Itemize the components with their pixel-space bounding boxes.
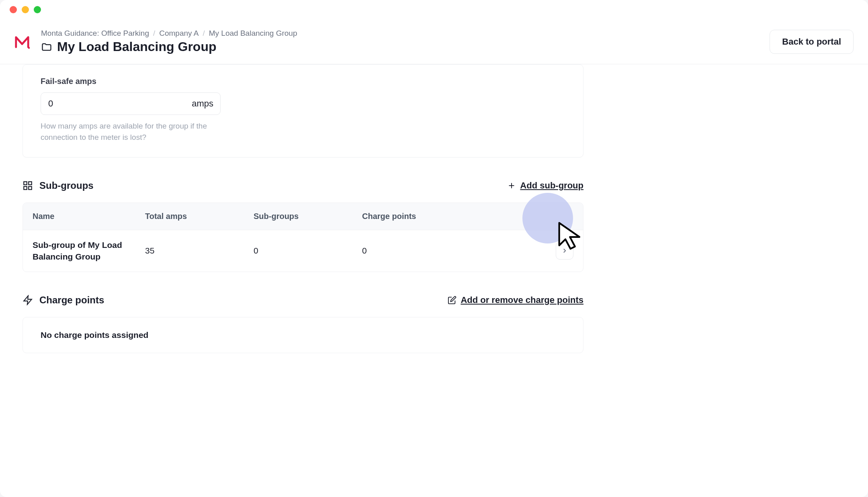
plus-icon [507,181,516,190]
add-subgroup-label: Add sub-group [520,180,583,191]
breadcrumb-separator: / [153,29,155,38]
breadcrumb-item-2[interactable]: My Load Balancing Group [209,29,297,38]
th-sub-groups: Sub-groups [254,212,362,221]
edit-icon [448,296,457,305]
header-left: Monta Guidance: Office Parking / Company… [14,29,297,54]
breadcrumb-separator: / [203,29,205,38]
chargepoints-header: Charge points Add or remove charge point… [23,295,583,306]
svg-marker-7 [24,296,32,305]
th-name: Name [33,212,145,221]
th-total-amps: Total amps [145,212,254,221]
table-header: Name Total amps Sub-groups Charge points [23,203,583,230]
chargepoints-empty: No charge points assigned [23,317,583,353]
header: Monta Guidance: Office Parking / Company… [0,19,868,64]
main-column: Fail-safe amps amps How many amps are av… [23,64,583,353]
monta-logo-icon [14,34,30,49]
breadcrumb-title: Monta Guidance: Office Parking / Company… [41,29,297,54]
chargepoints-title: Charge points [39,295,104,306]
maximize-icon[interactable] [34,6,41,13]
window: Monta Guidance: Office Parking / Company… [0,0,868,497]
failsafe-card: Fail-safe amps amps How many amps are av… [23,64,583,157]
td-sub-groups: 0 [254,246,362,256]
chargepoints-title-wrap: Charge points [23,295,104,306]
th-charge-points: Charge points [362,212,535,221]
breadcrumb-item-1[interactable]: Company A [159,29,199,38]
subgroups-title: Sub-groups [39,180,94,191]
logo[interactable] [14,34,30,49]
table-row[interactable]: Sub-group of My Load Balancing Group 35 … [23,230,583,272]
lightning-icon [23,295,33,305]
page-title: My Load Balancing Group [57,39,216,54]
svg-rect-4 [29,186,32,190]
td-charge-points: 0 [362,246,535,256]
failsafe-input-wrap: amps [41,92,221,115]
close-icon[interactable] [10,6,17,13]
failsafe-unit: amps [192,98,213,109]
grid-icon [23,180,33,191]
cursor-icon [557,221,585,251]
folder-icon [41,41,52,53]
content: Fail-safe amps amps How many amps are av… [0,64,868,353]
failsafe-label: Fail-safe amps [41,77,565,86]
page-title-row: My Load Balancing Group [41,39,297,54]
add-remove-chargepoints-label: Add or remove charge points [461,295,583,305]
failsafe-help: How many amps are available for the grou… [41,121,225,143]
titlebar [0,0,868,19]
subgroups-title-wrap: Sub-groups [23,180,94,191]
failsafe-input-row: amps [41,92,565,115]
td-name: Sub-group of My Load Balancing Group [33,239,145,263]
minimize-icon[interactable] [22,6,29,13]
svg-rect-3 [24,186,27,190]
back-to-portal-button[interactable]: Back to portal [770,30,854,54]
add-remove-chargepoints-link[interactable]: Add or remove charge points [448,295,583,305]
breadcrumb-item-0[interactable]: Monta Guidance: Office Parking [41,29,149,38]
subgroups-table: Name Total amps Sub-groups Charge points… [23,202,583,272]
td-total-amps: 35 [145,246,254,256]
svg-rect-2 [29,182,32,185]
add-subgroup-link[interactable]: Add sub-group [507,180,583,191]
svg-rect-1 [24,182,27,185]
subgroups-header: Sub-groups Add sub-group [23,180,583,191]
breadcrumb: Monta Guidance: Office Parking / Company… [41,29,297,38]
